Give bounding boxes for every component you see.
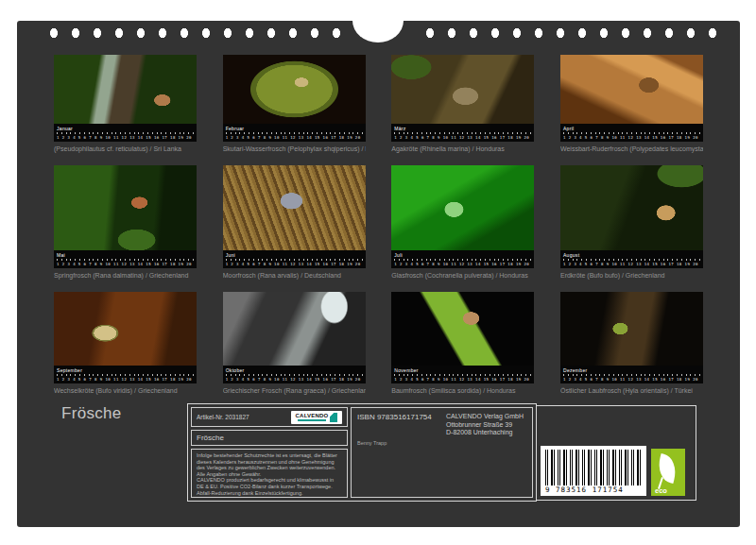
thumbnail-row: Mai 1 2 3 4 5 6 7 8 9 10 11 12 13 14 15 … bbox=[54, 165, 703, 280]
hanger-notch bbox=[352, 0, 404, 43]
mini-calendar-strip: Mai 1 2 3 4 5 6 7 8 9 10 11 12 13 14 15 … bbox=[54, 250, 197, 268]
mini-calendar-days: 1 2 3 4 5 6 7 8 9 10 11 12 13 14 15 16 1… bbox=[226, 377, 363, 382]
leaf-icon bbox=[655, 453, 679, 484]
mini-calendar-month: Oktober bbox=[226, 367, 363, 373]
month-thumbnail-februar: Februar 1 2 3 4 5 6 7 8 9 10 11 12 13 14… bbox=[223, 55, 366, 153]
mini-calendar-ticks bbox=[394, 374, 531, 376]
eco-label: eco bbox=[655, 486, 667, 495]
frog-photo bbox=[560, 165, 703, 250]
info-box-left-column: Artikel-Nr. 2031827 CALVENDO Frösche Inf… bbox=[191, 407, 348, 498]
mini-calendar-ticks bbox=[226, 132, 363, 134]
frog-photo bbox=[560, 55, 703, 124]
mini-calendar-strip: November 1 2 3 4 5 6 7 8 9 10 11 12 13 1… bbox=[391, 366, 534, 383]
publisher-address: CALVENDO Verlag GmbH Ottobrunner Straße … bbox=[446, 413, 524, 492]
mini-calendar-days: 1 2 3 4 5 6 7 8 9 10 11 12 13 14 15 16 1… bbox=[394, 262, 531, 266]
mini-calendar-ticks bbox=[57, 374, 194, 376]
frog-photo bbox=[223, 165, 366, 250]
mini-calendar-days: 1 2 3 4 5 6 7 8 9 10 11 12 13 14 15 16 1… bbox=[226, 135, 363, 140]
month-thumbnail-juli: Juli 1 2 3 4 5 6 7 8 9 10 11 12 13 14 15… bbox=[391, 165, 534, 280]
mini-calendar-days: 1 2 3 4 5 6 7 8 9 10 11 12 13 14 15 16 1… bbox=[57, 262, 194, 266]
binding-holes-left bbox=[43, 27, 348, 39]
mini-calendar-strip: April 1 2 3 4 5 6 7 8 9 10 11 12 13 14 1… bbox=[560, 124, 703, 142]
photo-caption: Griechischer Frosch (Rana graeca) / Grie… bbox=[223, 387, 366, 395]
article-number: Artikel-Nr. 2031827 bbox=[197, 414, 249, 420]
legal-text: Infolge bestehender Schutzrechte ist es … bbox=[191, 449, 348, 498]
photo-caption: Moorfrosch (Rana arvalis) / Deutschland bbox=[223, 272, 366, 280]
frog-photo bbox=[391, 292, 534, 366]
mini-calendar-days: 1 2 3 4 5 6 7 8 9 10 11 12 13 14 15 16 1… bbox=[563, 377, 700, 382]
mini-calendar-month: Juli bbox=[394, 252, 531, 258]
mini-calendar-ticks bbox=[57, 259, 194, 261]
mini-calendar-month: Januar bbox=[57, 126, 194, 131]
isbn-number: ISBN 9783516171754 bbox=[357, 413, 437, 421]
isbn-column: ISBN 9783516171754 Benny Trapp bbox=[357, 413, 437, 492]
month-thumbnail-september: September 1 2 3 4 5 6 7 8 9 10 11 12 13 … bbox=[54, 292, 197, 395]
photo-caption: Skutari-Wasserfrosch (Pelophylax shqiper… bbox=[223, 145, 366, 153]
mini-calendar-strip: Februar 1 2 3 4 5 6 7 8 9 10 11 12 13 14… bbox=[223, 124, 366, 142]
frog-photo bbox=[54, 55, 197, 124]
article-number-box: Artikel-Nr. 2031827 CALVENDO bbox=[191, 407, 348, 427]
frog-photo bbox=[54, 165, 197, 250]
photo-caption: Baumfrosch (Smilisca sordida) / Honduras bbox=[391, 387, 534, 395]
mini-calendar-strip: Oktober 1 2 3 4 5 6 7 8 9 10 11 12 13 14… bbox=[223, 366, 366, 383]
mini-calendar-ticks bbox=[563, 132, 700, 134]
mini-calendar-days: 1 2 3 4 5 6 7 8 9 10 11 12 13 14 15 16 1… bbox=[394, 135, 531, 140]
mini-calendar-days: 1 2 3 4 5 6 7 8 9 10 11 12 13 14 15 16 1… bbox=[563, 262, 700, 266]
frog-photo bbox=[223, 292, 366, 366]
thumbnail-row: September 1 2 3 4 5 6 7 8 9 10 11 12 13 … bbox=[54, 292, 703, 395]
calvendo-logo-tagline bbox=[298, 419, 326, 421]
calvendo-logo-text: CALVENDO bbox=[296, 413, 329, 418]
author-name: Benny Trapp bbox=[357, 440, 437, 446]
photo-caption: Glasfrosch (Cochranella pulverata) / Hon… bbox=[391, 272, 534, 280]
calvendo-logo-text-wrap: CALVENDO bbox=[296, 413, 329, 421]
mini-calendar-ticks bbox=[57, 132, 194, 134]
mini-calendar-strip: Juli 1 2 3 4 5 6 7 8 9 10 11 12 13 14 15… bbox=[391, 250, 534, 268]
mini-calendar-ticks bbox=[563, 374, 700, 376]
mini-calendar-strip: Dezember 1 2 3 4 5 6 7 8 9 10 11 12 13 1… bbox=[560, 366, 703, 383]
mini-calendar-month: April bbox=[563, 126, 700, 131]
binding-holes-right bbox=[420, 27, 724, 39]
photo-caption: Weissbart-Ruderfrosch (Polypedates leuco… bbox=[560, 145, 703, 153]
mini-calendar-days: 1 2 3 4 5 6 7 8 9 10 11 12 13 14 15 16 1… bbox=[57, 135, 194, 140]
eco-badge: eco bbox=[651, 449, 685, 496]
photo-caption: Springfrosch (Rana dalmatina) / Griechen… bbox=[54, 272, 197, 280]
barcode-digits: 9 783516 171754 bbox=[545, 485, 642, 494]
thumbnail-row: Januar 1 2 3 4 5 6 7 8 9 10 11 12 13 14 … bbox=[54, 55, 703, 153]
mini-calendar-days: 1 2 3 4 5 6 7 8 9 10 11 12 13 14 15 16 1… bbox=[563, 135, 700, 140]
frog-photo bbox=[223, 55, 366, 124]
mini-calendar-month: Juni bbox=[226, 252, 363, 258]
barcode-bars bbox=[545, 450, 642, 485]
ean-barcode: 9 783516 171754 bbox=[541, 446, 646, 496]
month-thumbnail-dezember: Dezember 1 2 3 4 5 6 7 8 9 10 11 12 13 1… bbox=[560, 292, 703, 395]
month-thumbnail-august: August 1 2 3 4 5 6 7 8 9 10 11 12 13 14 … bbox=[560, 165, 703, 280]
mini-calendar-ticks bbox=[394, 132, 531, 134]
month-thumbnail-juni: Juni 1 2 3 4 5 6 7 8 9 10 11 12 13 14 15… bbox=[223, 165, 366, 280]
month-thumbnail-november: November 1 2 3 4 5 6 7 8 9 10 11 12 13 1… bbox=[391, 292, 534, 395]
calendar-title: Frösche bbox=[61, 404, 122, 423]
mini-calendar-month: Mai bbox=[57, 252, 194, 258]
mini-calendar-ticks bbox=[394, 259, 531, 261]
mini-calendar-ticks bbox=[226, 259, 363, 261]
frog-photo bbox=[54, 292, 197, 366]
month-thumbnail-maerz: März 1 2 3 4 5 6 7 8 9 10 11 12 13 14 15… bbox=[391, 55, 534, 153]
photo-caption: Östlicher Laubfrosch (Hyla orientalis) /… bbox=[560, 387, 703, 395]
calendar-back-page: Januar 1 2 3 4 5 6 7 8 9 10 11 12 13 14 … bbox=[17, 21, 740, 527]
product-title-box: Frösche bbox=[191, 430, 348, 446]
mini-calendar-days: 1 2 3 4 5 6 7 8 9 10 11 12 13 14 15 16 1… bbox=[57, 377, 194, 382]
barcode-box: 9 783516 171754 eco bbox=[536, 405, 696, 501]
mini-calendar-month: März bbox=[394, 126, 531, 131]
month-thumbnail-oktober: Oktober 1 2 3 4 5 6 7 8 9 10 11 12 13 14… bbox=[223, 292, 366, 395]
month-thumbnail-april: April 1 2 3 4 5 6 7 8 9 10 11 12 13 14 1… bbox=[560, 55, 703, 153]
photo-caption: Erdkröte (Bufo bufo) / Griechenland bbox=[560, 272, 703, 280]
mini-calendar-strip: März 1 2 3 4 5 6 7 8 9 10 11 12 13 14 15… bbox=[391, 124, 534, 142]
calvendo-logo-icon bbox=[330, 413, 337, 422]
mini-calendar-month: September bbox=[57, 367, 194, 373]
mini-calendar-month: November bbox=[394, 367, 531, 373]
frog-photo bbox=[391, 55, 534, 124]
calvendo-logo: CALVENDO bbox=[291, 411, 342, 424]
mini-calendar-strip: Juni 1 2 3 4 5 6 7 8 9 10 11 12 13 14 15… bbox=[223, 250, 366, 268]
photo-caption: (Pseudophilautus cf. reticulatus) / Sri … bbox=[54, 145, 197, 153]
product-image: Januar 1 2 3 4 5 6 7 8 9 10 11 12 13 14 … bbox=[0, 0, 756, 545]
mini-calendar-days: 1 2 3 4 5 6 7 8 9 10 11 12 13 14 15 16 1… bbox=[394, 377, 531, 382]
mini-calendar-month: Dezember bbox=[563, 367, 700, 373]
